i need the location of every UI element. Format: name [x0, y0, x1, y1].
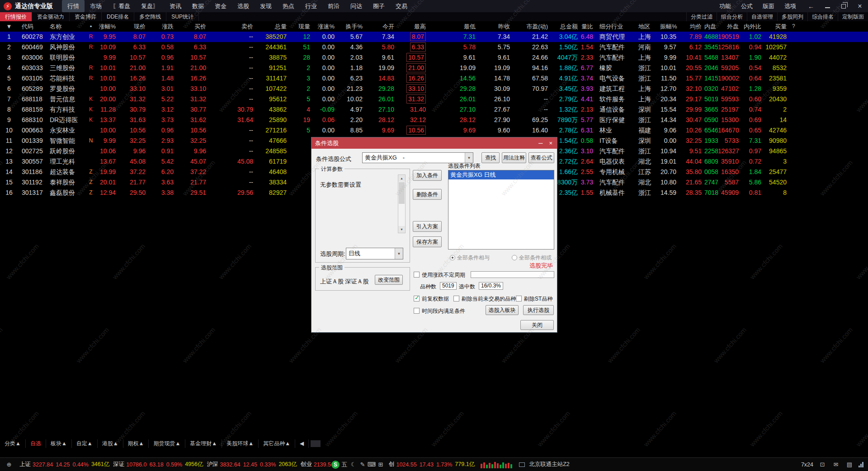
menu-item-资讯[interactable]: 资讯 — [164, 0, 187, 12]
checkbox-icon[interactable] — [516, 296, 522, 301]
col-header-7[interactable]: 买价 — [176, 21, 209, 32]
chevron-down-icon[interactable]: ▼ — [465, 153, 473, 163]
col-header-3[interactable]: • — [85, 21, 97, 32]
col-header-15[interactable]: 最低 — [429, 21, 478, 32]
bottom-tab-港股▲[interactable]: 港股▲ — [98, 439, 123, 448]
col-header-21[interactable]: 地区 — [635, 21, 660, 32]
import-plan-button[interactable]: 引入方案 — [413, 221, 442, 232]
toolbar-link-组合分析[interactable]: 组合分析 — [717, 12, 747, 21]
add-condition-button[interactable]: 加入条件 — [413, 170, 442, 181]
find-button[interactable]: 查找 — [481, 152, 500, 163]
col-header-20[interactable]: 细分行业 — [596, 21, 635, 32]
table-row[interactable]: 3603006联明股份9.9910.570.9610.57--38875280.… — [0, 52, 868, 63]
checkbox-exclude-suspended[interactable]: 剔除当前未交易的品种 — [453, 295, 516, 303]
formula-combo[interactable]: 黄金共振XG - ▼ — [362, 152, 473, 163]
bottom-tab-自选[interactable]: 自选 — [26, 439, 46, 448]
checkbox-checked-icon[interactable] — [414, 296, 420, 301]
col-header-27[interactable]: 买量 — [764, 21, 789, 32]
bottom-tab-◀[interactable]: ◀ — [295, 439, 309, 448]
execute-pick-button[interactable]: 执行选股 — [523, 305, 554, 315]
close-icon[interactable]: × — [856, 3, 863, 10]
col-header-2[interactable]: 名称 — [46, 21, 85, 32]
col-header-26[interactable]: 内外比 — [741, 21, 764, 32]
bottom-tab-自定▲[interactable]: 自定▲ — [72, 439, 98, 448]
view-tab-DDE排名[interactable]: DDE排名 — [102, 12, 134, 21]
menu-item-行情[interactable]: 行情 — [62, 0, 85, 12]
back-icon[interactable]: ← — [807, 3, 815, 10]
change-range-button[interactable]: 改变范围 — [375, 275, 403, 285]
menu-item-圈子[interactable]: 圈子 — [368, 0, 390, 12]
col-header-6[interactable]: 涨跌 — [148, 21, 176, 32]
bottom-tab-分类▲[interactable]: 分类▲ — [0, 439, 26, 448]
col-header-25[interactable]: 外盘 — [718, 21, 741, 32]
bottom-tab-基金理财▲[interactable]: 基金理财▲ — [185, 439, 222, 448]
table-row[interactable]: 4603033三维股份R10.0121.001.9121.00--9125120… — [0, 63, 868, 73]
table-row[interactable]: 9688310DR迈得医K13.3731.633.7331.6231.64258… — [0, 115, 868, 125]
tdx-logo-icon[interactable]: S — [331, 461, 340, 469]
menu-item-功能[interactable]: 功能 — [714, 0, 736, 12]
table-row[interactable]: 1600278东方创业R9.958.070.738.07--385207120.… — [0, 32, 868, 42]
toolbar-link-自选管理[interactable]: 自选管理 — [747, 12, 777, 21]
scrollbar-thumb[interactable] — [399, 182, 405, 204]
night-mode-icon[interactable]: ☾ — [349, 461, 358, 469]
view-tab-资金驱动力[interactable]: 资金驱动力 — [32, 12, 70, 21]
checkbox-exclude-st[interactable]: 剔除ST品种 — [516, 295, 552, 303]
params-scrollbar[interactable]: ▲ ▼ — [398, 174, 406, 233]
view-tab-多空阵线[interactable]: 多空阵线 — [134, 12, 166, 21]
col-header-0[interactable]: ▼ — [0, 21, 18, 32]
bottom-tab-美股环球▲[interactable]: 美股环球▲ — [222, 439, 259, 448]
col-header-18[interactable]: 总金额 — [551, 21, 580, 32]
message-icon[interactable]: ✉ — [832, 461, 840, 469]
dialog-close-icon[interactable]: × — [549, 140, 552, 146]
col-header-9[interactable]: 总量 — [256, 21, 289, 32]
view-formula-button[interactable]: 查看公式 — [528, 152, 554, 163]
dialog-title-bar[interactable]: 条件选股 ─ × — [311, 137, 557, 149]
col-header-23[interactable]: 均价 — [679, 21, 704, 32]
radio-icon[interactable] — [512, 255, 517, 260]
col-header-16[interactable]: 昨收 — [478, 21, 513, 32]
checkbox-variable-period[interactable]: 使用涨跌不定周期 — [414, 271, 465, 279]
checkbox-icon[interactable] — [414, 272, 420, 278]
col-header-11[interactable]: 涨速% — [313, 21, 337, 32]
bottom-tab-期权▲[interactable]: 期权▲ — [123, 439, 149, 448]
period-combo[interactable]: 日线 ▼ — [346, 248, 403, 259]
toolbar-link-定制版面[interactable]: 定制版面 — [838, 12, 868, 21]
menu-item-热点[interactable]: 热点 — [277, 0, 300, 12]
col-header-19[interactable]: 量比 — [580, 21, 596, 32]
radio-and[interactable]: 全部条件相与 — [450, 254, 490, 262]
checkbox-icon[interactable] — [414, 308, 420, 314]
menu-item-版面[interactable]: 版面 — [758, 0, 779, 12]
col-header-22[interactable]: 振幅% — [660, 21, 679, 32]
table-row[interactable]: 7688118普元信息K20.0031.325.2231.32--9561250… — [0, 94, 868, 104]
bottom-tab-期货现货▲[interactable]: 期货现货▲ — [149, 439, 185, 448]
variable-period-field[interactable] — [471, 271, 554, 278]
menu-item-市场[interactable]: 市场 — [85, 0, 107, 12]
wucai-icon[interactable]: 五 — [340, 461, 349, 469]
col-header-14[interactable]: 最高 — [397, 21, 429, 32]
apps-icon[interactable]: ⊞ — [377, 461, 385, 469]
menu-item-公式[interactable]: 公式 — [736, 0, 758, 12]
pick-to-block-button[interactable]: 选股入板块 — [486, 305, 519, 315]
menu-item-行业[interactable]: 行业 — [300, 0, 322, 12]
close-button[interactable]: 关闭 — [520, 320, 554, 330]
menu-item-复盘〗[interactable]: 复盘〗 — [136, 0, 164, 12]
table-row[interactable]: 2600469风神股份R10.096.330.586.33--244361510… — [0, 42, 868, 52]
col-header-4[interactable]: 涨幅% — [97, 21, 118, 32]
table-row[interactable]: 10000663永安林业10.0010.560.9610.56--2712165… — [0, 125, 868, 136]
bottom-tab-其它品种▲[interactable]: 其它品种▲ — [259, 439, 295, 448]
menu-item-〖看盘[interactable]: 〖看盘 — [107, 0, 136, 12]
menu-item-发现[interactable]: 发现 — [255, 0, 277, 12]
list-item[interactable]: 黄金共振XG 日线 — [448, 170, 554, 179]
keyboard-icon[interactable]: ⌨ — [368, 461, 376, 469]
checkbox-time-range[interactable]: 时间段内满足条件 — [414, 307, 465, 315]
menu-item-前沿[interactable]: 前沿 — [322, 0, 345, 12]
menu-item-数据[interactable]: 数据 — [187, 0, 209, 12]
bottom-tab-板块▲[interactable]: 板块▲ — [46, 439, 72, 448]
menu-item-问达[interactable]: 问达 — [345, 0, 368, 12]
table-row[interactable]: 6605289罗曼股份10.0033.103.0133.10--10742220… — [0, 84, 868, 94]
table-row[interactable]: 8688159有方科技K11.2830.793.1230.7730.794386… — [0, 104, 868, 115]
panel-icon[interactable]: ▤ — [845, 461, 854, 469]
col-header-24[interactable]: 内盘 — [704, 21, 718, 32]
minimize-icon[interactable] — [825, 4, 830, 8]
checkbox-forward-adjust[interactable]: 前复权数据 — [414, 295, 449, 303]
